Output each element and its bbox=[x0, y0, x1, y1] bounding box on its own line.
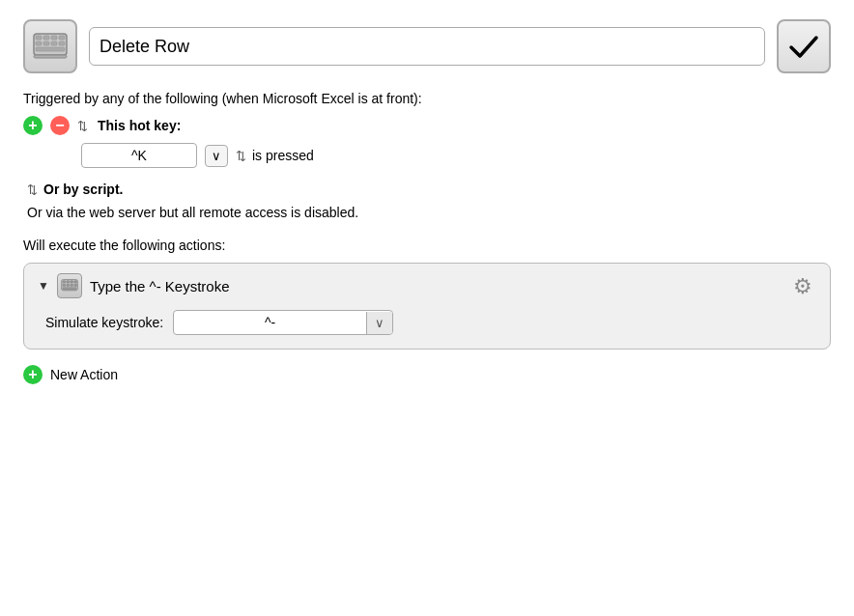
execute-title: Will execute the following actions: bbox=[23, 238, 831, 253]
new-action-row: + New Action bbox=[23, 365, 831, 384]
hotkey-updown-icon: ⇅ bbox=[77, 119, 88, 133]
keystroke-dropdown[interactable]: ∨ bbox=[205, 145, 228, 167]
add-hotkey-button[interactable]: + bbox=[23, 116, 43, 135]
svg-rect-4 bbox=[59, 36, 65, 40]
svg-rect-13 bbox=[67, 281, 70, 283]
trigger-description: Triggered by any of the following (when … bbox=[23, 91, 831, 106]
svg-rect-19 bbox=[74, 284, 77, 286]
svg-rect-10 bbox=[34, 55, 67, 58]
macro-title-input[interactable] bbox=[89, 27, 765, 66]
svg-rect-20 bbox=[63, 288, 76, 290]
is-pressed-updown-icon: ⇅ bbox=[236, 149, 246, 163]
svg-rect-12 bbox=[63, 281, 66, 283]
svg-rect-9 bbox=[36, 47, 65, 51]
svg-rect-6 bbox=[43, 42, 49, 45]
script-row: ⇅ Or by script. bbox=[27, 182, 831, 197]
svg-rect-8 bbox=[59, 42, 65, 45]
svg-rect-17 bbox=[67, 284, 70, 286]
svg-rect-18 bbox=[71, 284, 73, 286]
simulate-dropdown-button[interactable]: ∨ bbox=[366, 312, 392, 334]
svg-rect-1 bbox=[36, 36, 42, 40]
hotkey-label: This hot key: bbox=[98, 118, 181, 133]
action-keyboard-svg bbox=[61, 279, 78, 293]
checkmark-button[interactable] bbox=[777, 19, 831, 73]
keyboard-svg bbox=[33, 29, 68, 64]
gear-icon[interactable]: ⚙ bbox=[793, 274, 816, 297]
new-action-button[interactable]: + bbox=[23, 365, 43, 384]
dropdown-arrow-icon: ∨ bbox=[212, 149, 221, 163]
simulate-dropdown-arrow-icon: ∨ bbox=[375, 316, 384, 330]
script-label: Or by script. bbox=[43, 182, 123, 197]
header-row bbox=[23, 19, 831, 73]
webserver-note: Or via the web server but all remote acc… bbox=[27, 205, 831, 220]
svg-rect-7 bbox=[51, 42, 57, 45]
simulate-keystroke-input[interactable] bbox=[174, 311, 366, 334]
script-updown-icon: ⇅ bbox=[27, 182, 38, 197]
simulate-label: Simulate keystroke: bbox=[45, 315, 163, 330]
collapse-triangle-icon[interactable]: ▼ bbox=[38, 279, 49, 293]
checkmark-svg bbox=[785, 28, 822, 65]
hotkey-row: + − ⇅ This hot key: bbox=[23, 116, 831, 135]
svg-rect-3 bbox=[51, 36, 57, 40]
svg-rect-15 bbox=[74, 281, 77, 283]
action-keyboard-icon bbox=[57, 273, 82, 298]
simulate-row: Simulate keystroke: ∨ bbox=[45, 310, 816, 335]
macro-icon bbox=[23, 19, 77, 73]
keystroke-field: ^K bbox=[81, 143, 197, 168]
action-title-text: Type the ^‑ Keystroke bbox=[90, 278, 230, 294]
action-box: ▼ Type the ^‑ Keystroke ⚙ Sim bbox=[23, 263, 831, 350]
svg-rect-2 bbox=[43, 36, 49, 40]
svg-rect-16 bbox=[63, 284, 66, 286]
keystroke-row: ^K ∨ ⇅ is pressed bbox=[81, 143, 831, 168]
action-header: ▼ Type the ^‑ Keystroke ⚙ bbox=[38, 273, 816, 298]
new-action-label: New Action bbox=[50, 367, 118, 382]
is-pressed-label: ⇅ is pressed bbox=[236, 148, 314, 163]
svg-rect-14 bbox=[71, 281, 73, 283]
remove-hotkey-button[interactable]: − bbox=[50, 116, 70, 135]
action-header-left: ▼ Type the ^‑ Keystroke bbox=[38, 273, 230, 298]
simulate-field-wrapper: ∨ bbox=[173, 310, 393, 335]
svg-rect-5 bbox=[36, 42, 42, 45]
